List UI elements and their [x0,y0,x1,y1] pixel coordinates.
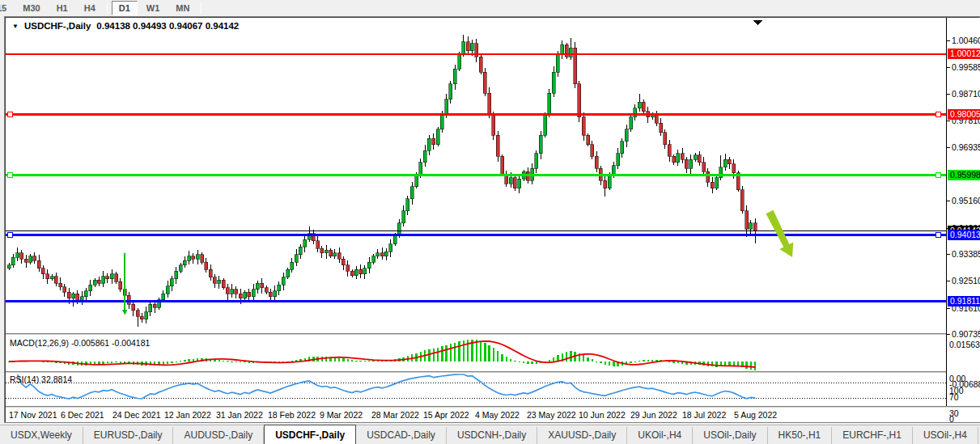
macd-histogram-bar [351,360,353,362]
timeframe-button-m30[interactable]: M30 [15,1,47,15]
candle-body [24,259,28,262]
axis-tick-label: 0.99585 [952,62,980,72]
macd-axis-label: 0.015636 [949,340,980,349]
axis-tick-label: 0.95160 [952,196,980,205]
macd-histogram-bar [476,340,477,362]
axis-tick-mark [947,94,950,95]
candle-body [432,138,435,144]
macd-histogram-bar [240,362,241,362]
candle-body [595,156,598,168]
candle-body [569,48,572,57]
macd-histogram-bar [463,340,465,362]
candle-body [136,311,139,316]
tab-usoil-h4[interactable]: USOil-,H4 [913,427,978,444]
tab-eurusd-daily[interactable]: EURUSD-,Daily [83,427,174,444]
candle-body [677,154,680,163]
macd-histogram-bar [523,362,524,363]
candle-body [740,190,744,211]
timeframe-toolbar: 15M30H1H4D1W1MN [0,0,205,15]
macd-histogram-bar [342,358,344,362]
axis-tick-label: 0.90735 [952,329,980,339]
candle-body [578,84,581,117]
tab-usdcnh-daily[interactable]: USDCNH-,Daily [447,427,537,444]
candle-body [7,265,11,269]
hline-selection-marker[interactable] [936,173,941,178]
candle-body [192,256,195,260]
chart-title-symbol: USDCHF-,Daily [24,21,91,31]
candle-body [41,269,45,274]
panel-divider[interactable] [6,333,980,336]
macd-histogram-bar [634,362,636,362]
hline-selection-marker[interactable] [8,173,13,178]
candle-body [380,253,384,256]
timeframe-button-15[interactable]: 15 [0,1,14,15]
down-trend-arrow-icon[interactable] [766,210,794,257]
candle-body [346,265,350,271]
timeframe-button-mn[interactable]: MN [168,1,197,15]
candle-body [445,99,448,115]
candle-body [608,175,611,188]
hline-selection-marker[interactable] [936,112,941,117]
timeframe-button-w1[interactable]: W1 [139,1,168,15]
candle-body [440,114,443,129]
candlestick-plot[interactable] [6,18,946,334]
candle-body [363,269,367,274]
symbol-tab-bar: USDX,WeeklyEURUSD-,DailyAUDUSD-,DailyUSD… [0,425,980,444]
macd-histogram-bar [638,361,640,362]
macd-histogram-bar [728,362,730,366]
candle-body [427,138,431,150]
candle-body [475,44,478,57]
candle-body [664,133,667,145]
candle-body [728,159,731,164]
candle-body [303,239,307,247]
macd-histogram-bar [506,357,507,362]
timeframe-button-d1[interactable]: D1 [112,1,138,15]
candle-body [342,259,345,264]
timeframe-button-h1[interactable]: H1 [49,1,75,15]
price-axis-line [946,18,947,406]
chart-shift-marker-icon[interactable] [753,20,762,25]
symbol-dropdown-icon[interactable]: ▼ [12,23,19,30]
timeframe-button-h4[interactable]: H4 [77,1,103,15]
price-level-badge-0.98005: 0.98005 [948,109,980,120]
candle-body [252,290,255,297]
hline-selection-marker[interactable] [8,112,13,117]
rsi-plot[interactable] [6,374,946,406]
macd-histogram-bar [587,357,588,362]
date-tick-label: 24 Dec 2021 [112,410,161,420]
macd-histogram-bar [171,362,172,363]
rsi-axis-label: 70 [949,392,959,402]
candle-body [50,277,53,279]
tab-audusd-daily[interactable]: AUDUSD-,Daily [173,427,264,444]
tab-usdcad-daily[interactable]: USDCAD-,Daily [356,427,447,444]
candle-body [642,102,645,111]
date-tick-label: 23 May 2022 [527,410,576,420]
tab-hk50-h1[interactable]: HK50-,H1 [768,427,833,444]
candle-body [205,262,208,269]
candle-body [132,304,135,310]
tab-usdchf-daily[interactable]: USDCHF-,Daily [264,425,356,444]
candle-body [183,260,186,265]
price-axis[interactable]: 1.004600.995850.987100.978100.969350.951… [946,18,980,406]
panel-divider[interactable] [6,371,980,374]
tab-usoil-daily[interactable]: USOil-,Daily [693,427,767,444]
tab-usdx-weekly[interactable]: USDX,Weekly [0,427,83,444]
candle-body [501,156,504,174]
candle-body [33,256,36,261]
tab-ukoil-h4[interactable]: UKOil-,H4 [627,427,693,444]
candle-body [470,44,473,51]
candle-body [265,288,268,293]
macd-histogram-bar [372,361,374,362]
macd-histogram-bar [514,361,515,362]
candle-body [462,42,465,54]
macd-histogram-bar [359,361,361,362]
date-tick-label: 31 Jan 2022 [216,410,263,420]
hline-selection-marker[interactable] [936,233,941,238]
sell-arrow-icon[interactable] [122,253,127,315]
macd-histogram-bar [647,360,649,362]
hline-selection-marker[interactable] [8,233,13,238]
candle-body [46,274,49,279]
macd-histogram-bar [531,362,532,364]
tab-eurchf-h1[interactable]: EURCHF-,H1 [832,427,913,444]
tab-xauusd-daily[interactable]: XAUUSD-,Daily [537,427,627,444]
